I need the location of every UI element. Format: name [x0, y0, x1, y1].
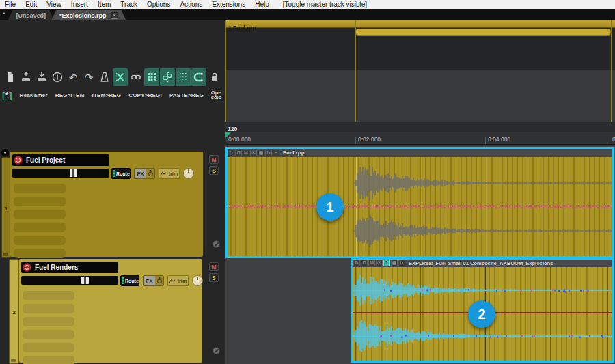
save-project-icon[interactable]	[34, 68, 49, 86]
tab-explosions[interactable]: *Explosions.rpp ✕	[51, 10, 126, 20]
menu-view[interactable]: View	[42, 0, 66, 9]
menu-help[interactable]: Help	[250, 0, 274, 9]
volume-handle[interactable]	[70, 169, 77, 177]
ruler-tick	[355, 137, 356, 144]
open-project-icon[interactable]	[18, 68, 33, 86]
track2-name-box[interactable]: Fuel Renders	[21, 262, 118, 273]
menu-options[interactable]: Options	[142, 0, 175, 9]
snap-spacing-icon[interactable]	[176, 68, 191, 86]
metronome-icon[interactable]	[97, 68, 112, 86]
volume-handle[interactable]	[81, 277, 89, 284]
track-lane	[23, 291, 74, 300]
shot-star: *	[5, 92, 8, 99]
track1-name-box[interactable]: Fuel Project	[12, 154, 109, 166]
folder-icon	[3, 253, 8, 256]
route-label: Route	[125, 279, 139, 283]
redo-icon[interactable]: ↷	[81, 68, 96, 86]
menu-bar: File Edit View Insert Item Track Options…	[0, 0, 615, 9]
tab-explosions-label: *Explosions.rpp	[59, 12, 107, 19]
crossfade-toggle-icon[interactable]	[113, 68, 128, 86]
track1-mute-button[interactable]: M	[209, 155, 219, 164]
callout-box-1	[226, 147, 614, 258]
ruler-label: 0	[612, 136, 615, 143]
track2-mute-button[interactable]: M	[209, 262, 219, 271]
track-lane	[23, 304, 74, 313]
item-to-region-button[interactable]: ITEM>REG	[92, 92, 122, 98]
link-icon[interactable]	[128, 68, 144, 86]
region-boundary-line	[355, 20, 356, 122]
envelope-icon	[160, 171, 167, 176]
menu-item[interactable]: Item	[93, 0, 115, 9]
ruler-backdrop	[226, 70, 615, 122]
sws-toolbar: [*] ReaNamer REG>ITEM ITEM>REG COPY>REGI…	[2, 88, 252, 102]
open-color-button[interactable]: Ope colo	[211, 90, 221, 100]
fx-bypass-icon[interactable]	[146, 169, 154, 178]
region-grid-icon[interactable]	[144, 68, 159, 86]
track1-number: 1	[2, 206, 10, 212]
track1-name: Fuel Project	[26, 154, 65, 166]
paste-region-button[interactable]: PASTE>REG	[169, 92, 204, 98]
envelope-icon	[169, 278, 176, 283]
track1-route-button[interactable]: Route	[111, 168, 131, 179]
record-arm-icon[interactable]	[23, 263, 31, 272]
region-marker-explosion[interactable]: 2 EXPLReal_Fuel-Small 01 Composite_AKBOO…	[355, 29, 611, 36]
track1-volume-slider[interactable]	[12, 169, 109, 178]
track2-fx-button[interactable]: FX	[143, 275, 164, 286]
track-lane	[14, 223, 66, 232]
trim-label: trim	[168, 171, 178, 177]
new-project-icon[interactable]	[3, 68, 18, 86]
copy-region-button[interactable]: COPY>REGI	[128, 92, 162, 98]
ruler-label: 0:02.000	[358, 136, 381, 143]
project-tab-bar: * [Unsaved] *Explosions.rpp ✕	[0, 9, 615, 20]
track2-trim-button[interactable]: trim	[167, 275, 189, 286]
fx-label: FX	[144, 276, 155, 285]
menu-toggle-master-track[interactable]: [Toggle master track visible]	[278, 0, 372, 9]
track1-number-strip[interactable]: 1	[1, 157, 11, 258]
route-label: Route	[116, 171, 130, 176]
menu-extensions[interactable]: Extensions	[207, 0, 250, 9]
record-arm-icon[interactable]	[14, 156, 23, 165]
tab-unsaved[interactable]: [Unsaved]	[8, 10, 55, 20]
region-to-item-button[interactable]: REG>ITEM	[55, 92, 85, 98]
region1-label: 1 Fuel.rpp	[228, 25, 256, 31]
track1-trim-button[interactable]: trim	[159, 168, 180, 179]
screenshot-brackets-icon[interactable]: [*]	[2, 90, 12, 100]
region-marker-fuel[interactable]: 1 Fuel.rpp	[226, 20, 615, 28]
menu-insert[interactable]: Insert	[66, 0, 93, 9]
track1-pan-knob[interactable]	[183, 168, 194, 179]
track2-route-button[interactable]: Route	[120, 275, 139, 286]
reanamer-button[interactable]: ReaNamer	[20, 92, 48, 98]
track2-solo-button[interactable]: S	[209, 273, 219, 282]
magnet-snap-icon[interactable]	[191, 68, 206, 86]
lock-icon[interactable]	[207, 68, 222, 86]
ruler-tick	[485, 137, 486, 144]
unlink-group-icon[interactable]	[160, 68, 175, 86]
undo-icon[interactable]: ↶	[66, 68, 81, 86]
time-ruler[interactable]: 0:00.000 0:02.000 0:04.000 0	[226, 132, 615, 145]
track1-fx-button[interactable]: FX	[134, 168, 155, 179]
track-lane	[14, 236, 66, 245]
tab-close-icon[interactable]: ✕	[111, 12, 118, 19]
track2-panel[interactable]: Fuel Renders Route FX trim	[19, 259, 202, 363]
arrange-area[interactable]: ↻ ⊓ M ✉ ▦ fx ~ Fuel.rpp O	[226, 145, 615, 364]
track-lane	[23, 356, 74, 364]
menu-file[interactable]: File	[0, 0, 20, 9]
track-lane	[23, 343, 74, 352]
track1-env-bypass-icon[interactable]	[213, 240, 220, 248]
track2-env-bypass-icon[interactable]	[213, 347, 220, 354]
track2-volume-slider[interactable]	[21, 276, 118, 285]
main-toolbar: ↶ ↷	[3, 68, 222, 86]
menu-actions[interactable]: Actions	[175, 0, 207, 9]
track2-pan-knob[interactable]	[192, 275, 203, 286]
tempo-lane[interactable]: 120	[226, 122, 615, 132]
fx-bypass-icon[interactable]	[155, 276, 163, 285]
track1-panel[interactable]: Fuel Project Route FX trim	[10, 152, 203, 257]
ruler-tick	[612, 137, 612, 144]
menu-track[interactable]: Track	[115, 0, 142, 9]
track2-number-strip[interactable]: 2	[9, 259, 19, 364]
project-info-icon[interactable]	[50, 68, 65, 86]
track-collapse-icon[interactable]: ▼	[1, 149, 9, 156]
track1-solo-button[interactable]: S	[209, 166, 219, 175]
track-lane	[23, 317, 74, 326]
menu-edit[interactable]: Edit	[20, 0, 42, 9]
